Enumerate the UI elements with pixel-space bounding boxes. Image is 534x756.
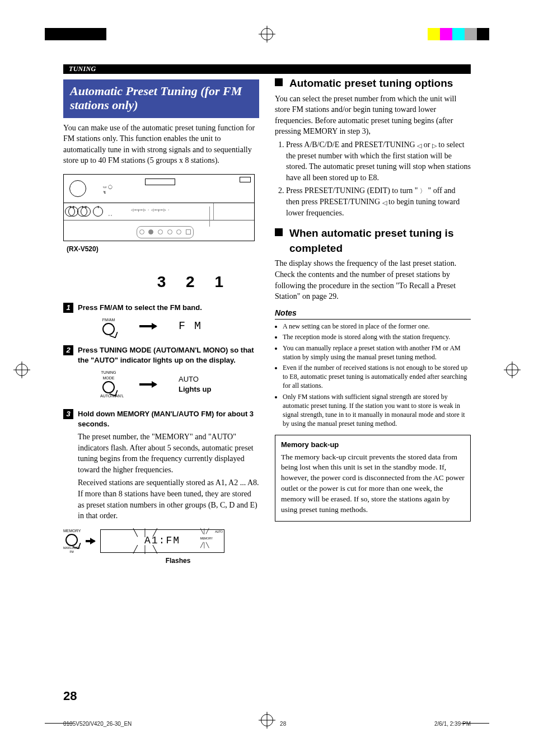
- left-tri-icon: ◁: [417, 142, 421, 149]
- step-2-head: Press TUNING MODE (AUTO/MAN'L MONO) so t…: [78, 345, 259, 365]
- step-3-head: Hold down MEMORY (MAN'L/AUTO FM) for abo…: [78, 409, 259, 429]
- footer-filename: 0105V520/V420_26-30_EN: [63, 721, 132, 727]
- arrow-icon: [139, 325, 156, 327]
- intro-paragraph: You can make use of the automatic preset…: [63, 123, 259, 166]
- options-intro: You can select the preset number from wh…: [275, 93, 471, 137]
- step-2: 2 Press TUNING MODE (AUTO/MAN'L MONO) so…: [63, 345, 259, 399]
- auto-indicator-label: AUTO Lights up: [179, 374, 212, 395]
- step-number-icon: 3: [63, 409, 73, 419]
- footer-page: 28: [280, 721, 286, 727]
- list-item: Only FM stations with sufficient signal …: [283, 392, 471, 429]
- square-bullet-icon: [275, 228, 283, 236]
- footer-bar: 0105V520/V420_26-30_EN 28 2/6/1, 2:39 PM: [63, 721, 471, 727]
- page-content: TUNING Automatic Preset Tuning (for FM s…: [63, 64, 471, 700]
- step-number-icon: 1: [63, 303, 73, 313]
- list-item: Press PRESET/TUNING (EDIT) to turn " 〉 "…: [286, 185, 471, 218]
- step-3: 3 Hold down MEMORY (MAN'L/AUTO FM) for a…: [63, 409, 259, 524]
- left-tri-icon: ◁: [382, 199, 387, 206]
- arrow-icon: [86, 540, 95, 542]
- registration-mark-top: [261, 28, 273, 43]
- step-1-head: Press FM/AM to select the FM band.: [78, 303, 259, 313]
- footer-timestamp: 2/6/1, 2:39 PM: [434, 721, 471, 727]
- notes-heading: Notes: [275, 308, 471, 320]
- memory-button-icon: MEMORY MAN'L/AUTO FM: [63, 528, 80, 554]
- seg-display-fm: F M: [179, 318, 202, 334]
- right-column: Automatic preset tuning options You can …: [275, 76, 471, 565]
- options-list: Press A/B/C/D/E and PRESET/TUNING ◁ or ▷…: [275, 139, 471, 218]
- step-1: 1 Press FM/AM to select the FM band. FM/…: [63, 303, 259, 335]
- memory-backup-box: Memory back-up The memory back-up circui…: [275, 435, 471, 522]
- completed-paragraph: The display shows the frequency of the l…: [275, 258, 471, 302]
- step-3-illustration: MEMORY MAN'L/AUTO FM ╲ │ ╱ A1:FM ╲│╱MEMO…: [63, 528, 259, 554]
- tuning-mode-button-icon: TUNING MODE AUTO/MAN'L: [100, 370, 117, 398]
- left-column: Automatic Preset Tuning (for FM stations…: [63, 76, 259, 565]
- right-tri-icon: ▷: [432, 142, 437, 149]
- list-item: Press A/B/C/D/E and PRESET/TUNING ◁ or ▷…: [286, 139, 471, 183]
- article-title: Automatic Preset Tuning (for FM stations…: [70, 84, 252, 112]
- step-3-body-2: Received stations are sequentially store…: [78, 477, 259, 521]
- callout-box: [137, 226, 194, 238]
- model-label: (RX-V520): [67, 245, 263, 254]
- list-item: Even if the number of received stations …: [283, 363, 471, 391]
- registration-mark-right: [506, 364, 518, 378]
- page-number: 28: [63, 689, 77, 703]
- color-bars-left: [45, 28, 106, 40]
- memory-backup-body: The memory back-up circuit prevents the …: [281, 452, 465, 515]
- memory-backup-heading: Memory back-up: [281, 440, 465, 450]
- section-header: TUNING: [63, 64, 471, 74]
- fmam-button-icon: FM/AM: [100, 317, 117, 335]
- list-item: A new setting can be stored in place of …: [283, 322, 471, 331]
- step-number-icon: 2: [63, 345, 73, 355]
- square-bullet-icon: [275, 78, 283, 86]
- options-heading: Automatic preset tuning options: [275, 76, 471, 91]
- color-bars-right: [428, 28, 489, 40]
- arrow-icon: [139, 383, 156, 386]
- list-item: You can manually replace a preset statio…: [283, 344, 471, 361]
- notes-list: A new setting can be stored in place of …: [275, 322, 471, 428]
- callout-numbers: 3 2 1: [63, 271, 259, 293]
- completed-heading: When automatic preset tuning is complete…: [275, 226, 471, 256]
- flashes-label: Flashes: [97, 556, 259, 566]
- list-item: The reception mode is stored along with …: [283, 332, 471, 341]
- receiver-display-box: ╲ │ ╱ A1:FM ╲│╱MEMORY╱│╲ AUTO ╱ │ ╲: [100, 529, 224, 553]
- receiver-illustration: ▭ ◯↯ ◦ ◦ ◁═╤═▷ ◦ ◁═╤═▷ ◦: [63, 174, 255, 241]
- title-band: Automatic Preset Tuning (for FM stations…: [63, 79, 259, 118]
- edit-glyph-icon: 〉: [420, 187, 426, 194]
- registration-mark-left: [16, 364, 28, 378]
- step-3-body-1: The preset number, the "MEMORY" and "AUT…: [78, 431, 259, 475]
